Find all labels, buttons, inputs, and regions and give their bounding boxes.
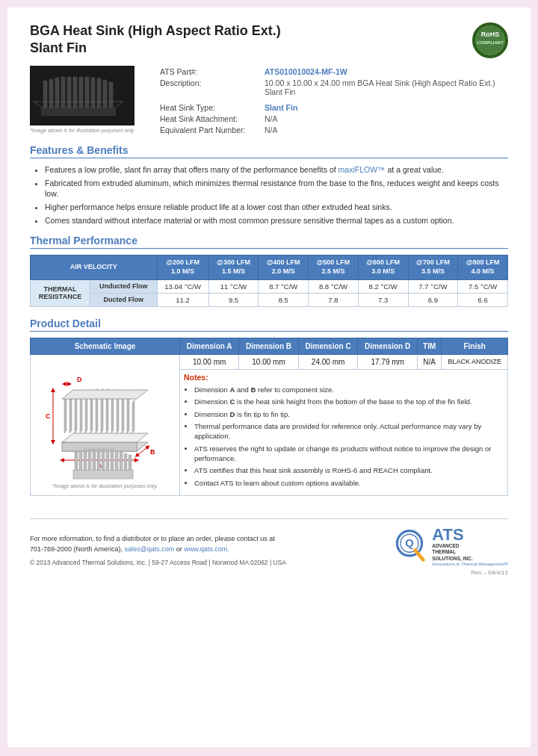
col-500lfm: @500 LFM2.5 M/S — [309, 255, 359, 279]
svg-rect-6 — [43, 81, 47, 108]
footer: For more information, to find a distribu… — [30, 518, 508, 566]
heatsink-type-label: Heat Sink Type: — [157, 102, 262, 113]
thermal-resistance-label: THERMAL RESISTANCE — [31, 279, 90, 306]
svg-marker-36 — [127, 396, 129, 433]
svg-text:Q: Q — [405, 537, 413, 549]
ats-logo: Q ATS ADVANCEDTHERMALSOLUTIONS, INC. Inn… — [392, 527, 508, 566]
unducted-flow-label: Unducted Flow — [90, 279, 158, 293]
svg-rect-48 — [75, 452, 78, 470]
svg-rect-54 — [102, 449, 105, 470]
unducted-700: 7.7 °C/W — [408, 279, 458, 293]
attachment-value: N/A — [262, 113, 508, 124]
ducted-500: 7.8 — [309, 293, 359, 306]
ats-logo-text: ATS ADVANCEDTHERMALSOLUTIONS, INC. Innov… — [432, 527, 508, 566]
rev-note: Rev – 04/4/13 — [30, 569, 508, 576]
notes-cell: Notes: Dimension A and B refer to compon… — [180, 370, 508, 496]
ducted-600: 7.3 — [358, 293, 408, 306]
feature-item: Fabricated from extruded aluminum, which… — [45, 178, 508, 199]
ducted-400: 8.5 — [259, 293, 309, 306]
feature-item: Features a low profile, slant fin array … — [45, 164, 508, 176]
footer-copyright: © 2013 Advanced Thermal Solutions, Inc. … — [30, 559, 286, 566]
air-velocity-header: AIR VELOCITY — [31, 255, 158, 279]
svg-rect-7 — [49, 79, 53, 108]
specs-table: ATS Part#: ATS010010024-MF-1W Descriptio… — [157, 66, 508, 135]
ats-fullname: ADVANCEDTHERMALSOLUTIONS, INC. — [432, 543, 508, 562]
svg-rect-14 — [91, 78, 95, 108]
col-dim-d: Dimension D — [358, 338, 418, 354]
unducted-600: 8.2 °C/W — [358, 279, 408, 293]
schematic-image-wrap: A B C D — [34, 358, 176, 492]
product-info-row: *Image above is for illustration purpose… — [30, 66, 508, 135]
unducted-800: 7.5 °C/W — [458, 279, 508, 293]
col-schematic: Schematic Image — [31, 338, 180, 354]
equiv-value: N/A — [262, 124, 508, 135]
col-dim-c: Dimension C — [298, 338, 358, 354]
title-line2: Slant Fin — [30, 40, 87, 55]
col-dim-b: Dimension B — [239, 338, 299, 354]
svg-text:B: B — [150, 448, 155, 456]
feature-list: Features a low profile, slant fin array … — [30, 164, 508, 226]
svg-rect-13 — [85, 77, 89, 108]
image-caption: *Image above is for illustration purpose… — [30, 128, 142, 133]
col-700lfm: @700 LFM3.5 M/S — [408, 255, 458, 279]
unducted-500: 8.8 °C/W — [309, 279, 359, 293]
unducted-200: 13.04 °C/W — [157, 279, 208, 293]
svg-rect-11 — [73, 77, 77, 108]
footer-website-link[interactable]: www.qats.com. — [184, 545, 229, 553]
svg-rect-57 — [115, 450, 118, 470]
col-finish: Finish — [442, 338, 508, 354]
svg-rect-53 — [97, 449, 100, 470]
svg-rect-17 — [109, 82, 113, 108]
svg-text:C: C — [46, 412, 51, 420]
dim-b-value: 10.00 mm — [239, 354, 299, 369]
finish-value: BLACK ANODIZE — [442, 354, 508, 369]
unducted-300: 11 °C/W — [208, 279, 259, 293]
dim-c-value: 24.00 mm — [298, 354, 358, 369]
svg-rect-5 — [41, 107, 116, 116]
svg-text:RoHS: RoHS — [481, 31, 500, 38]
features-heading: Features & Benefits — [30, 144, 508, 158]
svg-marker-24 — [64, 396, 67, 433]
note-item: Dimension A and B refer to component siz… — [194, 385, 504, 394]
note-item: Thermal performance data are provided fo… — [194, 421, 504, 441]
equiv-label: Equivalent Part Number: — [157, 124, 262, 135]
svg-rect-9 — [61, 77, 65, 108]
heatsink-type-value: Slant Fin — [262, 102, 508, 113]
detail-heading: Product Detail — [30, 317, 508, 332]
maxiflow-link[interactable]: maxiFLOW™ — [338, 165, 386, 174]
svg-rect-16 — [103, 80, 107, 108]
svg-rect-8 — [55, 78, 59, 108]
note-item: Dimension C is the heat sink height from… — [194, 397, 504, 406]
svg-marker-37 — [132, 400, 134, 433]
rohs-badge: RoHS COMPLIANT — [472, 22, 508, 58]
part-label: ATS Part#: — [157, 66, 262, 77]
svg-text:COMPLIANT: COMPLIANT — [477, 40, 504, 45]
svg-rect-58 — [120, 452, 123, 470]
col-800lfm: @800 LFM4.0 M/S — [458, 255, 508, 279]
svg-rect-15 — [97, 78, 101, 108]
svg-rect-50 — [84, 449, 87, 470]
svg-rect-55 — [106, 449, 109, 470]
detail-table: Schematic Image Dimension A Dimension B … — [30, 338, 508, 496]
dim-d-value: 17.79 mm — [358, 354, 418, 369]
svg-rect-51 — [88, 449, 91, 470]
col-300lfm: @300 LFM1.5 M/S — [208, 255, 259, 279]
feature-item: Comes standard without interface materia… — [45, 215, 508, 226]
thermal-table: AIR VELOCITY @200 LFM1.0 M/S @300 LFM1.5… — [30, 255, 508, 306]
description-value: 10.00 x 10.00 x 24.00 mm BGA Heat Sink (… — [262, 77, 508, 97]
unducted-400: 8.7 °C/W — [259, 279, 309, 293]
svg-rect-60 — [129, 455, 132, 470]
ats-slogan: Innovations in Thermal Management® — [432, 562, 508, 566]
svg-text:D: D — [77, 376, 82, 383]
col-200lfm: @200 LFM1.0 M/S — [157, 255, 208, 279]
note-item: Contact ATS to learn about custom option… — [194, 478, 504, 488]
product-title: BGA Heat Sink (High Aspect Ratio Ext.) S… — [30, 22, 281, 58]
svg-marker-38 — [62, 390, 148, 399]
ducted-200: 11.2 — [157, 293, 208, 306]
footer-email-link[interactable]: sales@qats.com — [125, 545, 175, 553]
ducted-800: 6.6 — [458, 293, 508, 306]
col-600lfm: @600 LFM3.0 M/S — [358, 255, 408, 279]
thermal-table-wrap: AIR VELOCITY @200 LFM1.0 M/S @300 LFM1.5… — [30, 255, 508, 306]
svg-marker-25 — [69, 394, 72, 433]
page-header: BGA Heat Sink (High Aspect Ratio Ext.) S… — [30, 22, 508, 58]
